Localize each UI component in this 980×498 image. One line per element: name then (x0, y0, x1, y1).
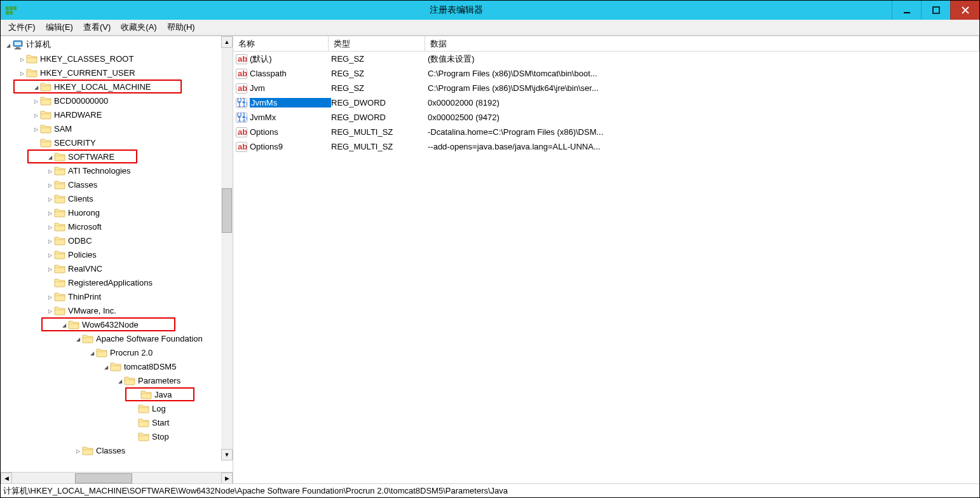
folder-icon (110, 361, 121, 371)
caret-icon[interactable] (46, 307, 54, 314)
caret-icon[interactable] (46, 167, 54, 174)
status-path: 计算机\HKEY_LOCAL_MACHINE\SOFTWARE\Wow6432N… (3, 485, 508, 497)
tree-node-java[interactable]: Java (125, 387, 194, 401)
close-button[interactable] (950, 1, 979, 20)
scroll-right-button[interactable]: ▶ (221, 473, 233, 484)
tree-node-hklm[interactable]: HKEY_LOCAL_MACHINE (13, 80, 182, 93)
caret-icon[interactable] (74, 335, 82, 342)
list-header: 名称 类型 数据 (233, 36, 979, 52)
value-data: 0x00002500 (9472) (428, 113, 979, 122)
scroll-track[interactable] (12, 473, 221, 484)
caret-icon[interactable] (18, 69, 26, 76)
caret-icon[interactable] (4, 41, 12, 48)
caret-icon[interactable] (46, 153, 54, 160)
title-bar[interactable]: 注册表编辑器 (1, 1, 979, 20)
scroll-down-button[interactable]: ▼ (221, 449, 233, 460)
folder-icon (138, 417, 149, 427)
tree-node-classes2[interactable]: Classes (1, 443, 233, 457)
caret-icon[interactable] (32, 125, 40, 132)
registry-tree[interactable]: 计算机 HKEY_CLASSES_ROOT HKEY_CURRENT_USER (1, 36, 233, 472)
column-header-type[interactable]: 类型 (329, 36, 425, 51)
tree-node-regapps[interactable]: RegisteredApplications (1, 275, 233, 289)
value-name: Classpath (250, 69, 331, 78)
tree-node-wow6432node[interactable]: Wow6432Node (41, 317, 175, 331)
list-body[interactable]: (默认)REG_SZ(数值未设置)ClasspathREG_SZC:\Progr… (233, 52, 979, 483)
caret-icon[interactable] (18, 55, 26, 62)
tree-node-computer[interactable]: 计算机 (1, 38, 233, 52)
list-row[interactable]: ClasspathREG_SZC:\Program Files (x86)\DS… (233, 66, 979, 81)
column-header-name[interactable]: 名称 (233, 36, 329, 51)
tree-label: ThinPrint (68, 292, 101, 301)
caret-icon[interactable] (102, 363, 110, 370)
tree-label: VMware, Inc. (68, 306, 116, 315)
tree-label: tomcat8DSM5 (124, 362, 176, 371)
list-row[interactable]: JvmREG_SZC:\Program Files (x86)\DSM\jdk6… (233, 81, 979, 95)
scroll-left-button[interactable]: ◀ (1, 473, 12, 484)
caret-icon[interactable] (32, 111, 40, 118)
caret-icon[interactable] (46, 293, 54, 300)
tree-node-ati[interactable]: ATI Technologies (1, 163, 233, 177)
tree-node-microsoft[interactable]: Microsoft (1, 219, 233, 233)
caret-icon[interactable] (46, 209, 54, 216)
tree-node-policies[interactable]: Policies (1, 247, 233, 261)
tree-node-parameters[interactable]: Parameters (1, 373, 233, 387)
scroll-up-button[interactable]: ▲ (221, 36, 233, 48)
tree-node-procrun[interactable]: Procrun 2.0 (1, 345, 233, 359)
scroll-thumb[interactable] (222, 188, 232, 233)
caret-icon[interactable] (46, 195, 54, 202)
tree-horizontal-scrollbar[interactable]: ◀ ▶ (1, 472, 233, 483)
list-row[interactable]: OptionsREG_MULTI_SZ-Dcatalina.home=C:\Pr… (233, 125, 979, 139)
value-name: Options (250, 127, 331, 137)
tree-node-classes[interactable]: Classes (1, 177, 233, 191)
tree-node-sam[interactable]: SAM (1, 121, 233, 135)
scroll-thumb[interactable] (75, 473, 132, 483)
tree-node-security[interactable]: SECURITY (1, 135, 233, 149)
menu-edit[interactable]: 编辑(E) (41, 20, 78, 35)
tree-node-start[interactable]: Start (1, 415, 233, 429)
window-title: 注册表编辑器 (21, 4, 892, 16)
tree-node-log[interactable]: Log (1, 401, 233, 415)
folder-icon (54, 179, 65, 190)
maximize-button[interactable] (921, 1, 950, 20)
caret-icon[interactable] (46, 223, 54, 230)
column-header-data[interactable]: 数据 (425, 36, 979, 51)
tree-node-hkcu[interactable]: HKEY_CURRENT_USER (1, 66, 233, 80)
tree-node-clients[interactable]: Clients (1, 191, 233, 205)
tree-node-huorong[interactable]: Huorong (1, 205, 233, 219)
tree-node-tomcat[interactable]: tomcat8DSM5 (1, 359, 233, 373)
list-row[interactable]: Options9REG_MULTI_SZ--add-opens=java.bas… (233, 139, 979, 154)
caret-icon[interactable] (32, 97, 40, 104)
caret-icon[interactable] (46, 251, 54, 258)
caret-icon[interactable] (32, 83, 40, 90)
menu-view[interactable]: 查看(V) (78, 20, 116, 35)
caret-icon[interactable] (88, 349, 96, 356)
tree-vertical-scrollbar[interactable]: ▲ ▼ (221, 36, 233, 460)
tree-node-realvnc[interactable]: RealVNC (1, 261, 233, 275)
scroll-track[interactable] (221, 48, 233, 449)
list-row[interactable]: (默认)REG_SZ(数值未设置) (233, 52, 979, 66)
list-row[interactable]: JvmMsREG_DWORD0x00002000 (8192) (233, 95, 979, 110)
caret-icon[interactable] (46, 265, 54, 272)
caret-icon[interactable] (46, 237, 54, 244)
caret-icon[interactable] (116, 377, 124, 384)
tree-node-vmware[interactable]: VMware, Inc. (1, 303, 233, 317)
tree-node-hardware[interactable]: HARDWARE (1, 107, 233, 121)
caret-icon[interactable] (74, 446, 82, 454)
caret-icon[interactable] (46, 181, 54, 188)
menu-file[interactable]: 文件(F) (3, 20, 41, 35)
tree-node-thinprint[interactable]: ThinPrint (1, 289, 233, 303)
tree-node-stop[interactable]: Stop (1, 429, 233, 443)
folder-icon (140, 389, 152, 399)
menu-favorites[interactable]: 收藏夹(A) (116, 20, 161, 35)
minimize-button[interactable] (892, 1, 921, 20)
tree-node-hkcr[interactable]: HKEY_CLASSES_ROOT (1, 52, 233, 66)
folder-icon (138, 403, 149, 413)
menu-help[interactable]: 帮助(H) (162, 20, 200, 35)
list-row[interactable]: JvmMxREG_DWORD0x00002500 (9472) (233, 110, 979, 125)
tree-node-software[interactable]: SOFTWARE (27, 149, 137, 163)
tree-node-odbc[interactable]: ODBC (1, 233, 233, 247)
tree-label: Log (152, 404, 166, 413)
tree-node-bcd[interactable]: BCD00000000 (1, 93, 233, 107)
tree-node-asf[interactable]: Apache Software Foundation (1, 331, 233, 345)
caret-icon[interactable] (60, 321, 68, 328)
